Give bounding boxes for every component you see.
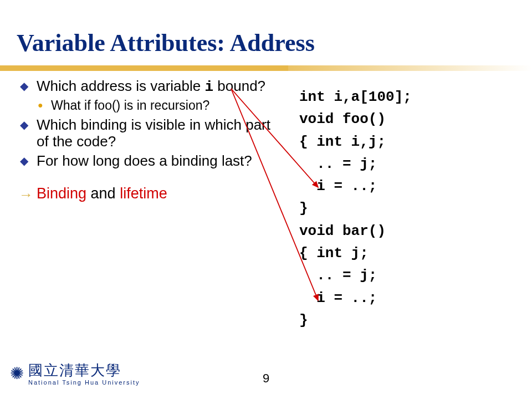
bullet-how-long: For how long does a binding last? (19, 152, 274, 170)
inline-code-i: i (204, 79, 213, 95)
code-line: { int j; (299, 245, 369, 262)
university-name-en: National Tsing Hua University (28, 379, 140, 386)
university-name-zh: 國立清華大學 (28, 361, 140, 380)
code-line: int i,a[100]; (299, 89, 412, 105)
code-line: void foo() (299, 111, 386, 127)
text-binding: Binding (37, 185, 86, 202)
text-lifetime: lifetime (120, 185, 167, 202)
code-line: } (299, 312, 308, 329)
slide: Variable Attributes: Address Which addre… (0, 0, 532, 399)
bullet-text: bound? (213, 78, 265, 94)
footer-logo: ✺ 國立清華大學 National Tsing Hua University (10, 361, 140, 386)
title-underline (0, 65, 532, 71)
code-block: int i,a[100]; void foo() { int i,j; .. =… (299, 86, 412, 331)
bullet-binding-lifetime: Binding and lifetime (19, 185, 274, 203)
code-line: void bar() (299, 223, 386, 239)
bullet-which-binding: Which binding is visible in which part o… (19, 116, 274, 150)
bullet-text: Which address is variable (37, 78, 204, 94)
text-and: and (86, 185, 120, 202)
bullet-which-address: Which address is variable i bound? (19, 78, 274, 96)
slide-title: Variable Attributes: Address (17, 29, 315, 57)
code-line: { int i,j; (299, 134, 386, 150)
code-line: .. = j; (299, 267, 377, 284)
page-number: 9 (263, 371, 269, 386)
body-left-column: Which address is variable i bound? What … (19, 78, 274, 203)
code-line: i = ..; (299, 290, 377, 306)
code-line: i = ..; (299, 178, 377, 195)
subbullet-recursion: What if foo() is in recursion? (19, 98, 274, 113)
code-line: } (299, 200, 308, 217)
code-line: .. = j; (299, 156, 377, 172)
university-name-block: 國立清華大學 National Tsing Hua University (28, 361, 140, 386)
university-crest-icon: ✺ (10, 364, 23, 383)
